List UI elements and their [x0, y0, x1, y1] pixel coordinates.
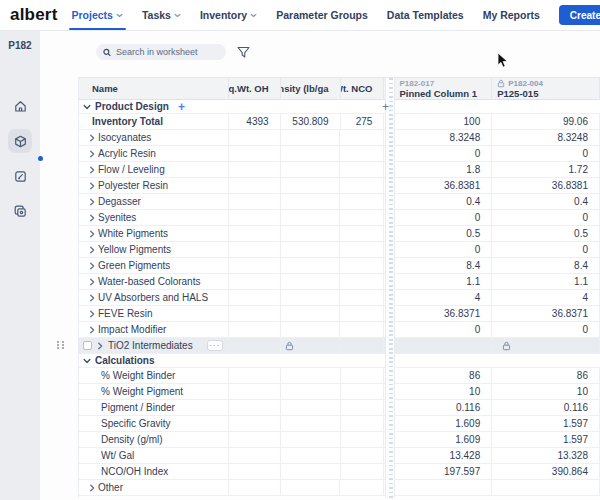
cell-p125-015[interactable]: 13.328 [492, 448, 600, 463]
chevron-right-icon[interactable] [88, 484, 96, 492]
cell-name[interactable]: Degasser [79, 194, 229, 209]
cell-name[interactable]: Other [79, 480, 229, 495]
table-row-green-pigments[interactable]: Green Pigments8.48.4 [79, 258, 600, 274]
cell-pinned-column-1[interactable]: 1.8 [394, 162, 492, 177]
cell-name[interactable]: Inventory Total [79, 114, 229, 129]
cell-name[interactable]: White Pigments [79, 226, 229, 241]
table-row-product-design[interactable]: Product Design++ [79, 100, 600, 114]
cell-eqwt-nco[interactable] [340, 146, 384, 161]
cell-pinned-column-1[interactable]: 10 [394, 384, 492, 399]
cell-eqwt-nco[interactable] [340, 226, 384, 241]
row-menu-button[interactable]: ··· [207, 340, 223, 351]
cell-eqwt-oh[interactable] [229, 322, 281, 337]
cell-density[interactable]: 530.809 [281, 114, 341, 129]
cell-p125-015[interactable]: 10 [492, 384, 600, 399]
cell-eqwt-oh[interactable] [229, 464, 281, 479]
cell-density[interactable] [281, 226, 341, 241]
cell-pinned-column-1[interactable]: 0 [394, 322, 492, 337]
cell-name[interactable]: Green Pigments [79, 258, 229, 273]
cell-density[interactable] [281, 194, 341, 209]
column-header-pinned-column-1[interactable]: P182-017Pinned Column 1 [394, 78, 492, 99]
cell-name[interactable]: Density (g/ml) [79, 432, 229, 447]
table-row-water-based-colorants[interactable]: Water-based Colorants1.11.1 [79, 274, 600, 290]
cell-eqwt-nco[interactable]: 275 [341, 114, 385, 129]
chevron-right-icon[interactable] [88, 294, 96, 302]
table-row-weight-pigment[interactable]: % Weight Pigment1010 [79, 384, 600, 400]
cell-p125-015[interactable]: 8.4 [492, 258, 600, 273]
cell-p125-015[interactable]: 0 [492, 242, 600, 257]
cell-pinned-column-1[interactable] [394, 338, 492, 353]
cell-p125-015[interactable]: 8.3248 [492, 130, 600, 145]
cell-density[interactable] [281, 400, 341, 415]
cell-eqwt-nco[interactable] [340, 162, 384, 177]
add-row-button[interactable]: + [178, 102, 185, 112]
cell-density[interactable] [281, 242, 341, 257]
cell-p125-015[interactable]: 1.1 [492, 274, 600, 289]
cell-eqwt-oh[interactable] [229, 194, 281, 209]
chevron-right-icon[interactable] [88, 230, 96, 238]
cell-p125-015[interactable]: 0 [492, 210, 600, 225]
cell-eqwt-nco[interactable] [340, 130, 384, 145]
cell-pinned-column-1[interactable]: 8.3248 [394, 130, 492, 145]
filter-icon[interactable] [236, 45, 251, 60]
nav-item-parameter-groups[interactable]: Parameter Groups [276, 0, 368, 30]
cell-pinned-column-1[interactable]: 0.4 [394, 194, 492, 209]
cell-eqwt-nco[interactable] [341, 416, 385, 431]
cell-name[interactable]: NCO/OH Index [79, 464, 229, 479]
cell-eqwt-oh[interactable] [229, 162, 281, 177]
cell-eqwt-oh[interactable] [229, 338, 281, 353]
cell-p125-015[interactable] [492, 480, 600, 495]
cell-eqwt-nco[interactable] [340, 322, 384, 337]
nav-item-data-templates[interactable]: Data Templates [387, 0, 464, 30]
cell-name[interactable]: Polyester Resin [79, 178, 229, 193]
cell-eqwt-nco[interactable] [340, 290, 384, 305]
albert-logo[interactable]: albert [10, 5, 58, 25]
cell-pinned-column-1[interactable]: 100 [394, 114, 492, 129]
column-header-eqwt-nco[interactable]: EqWt. NCO [341, 78, 385, 99]
table-row-specific-gravity[interactable]: Specific Gravity1.6091.597 [79, 416, 600, 432]
cell-pinned-column-1[interactable]: 86 [394, 368, 492, 383]
cell-pinned-column-1[interactable]: 13.428 [394, 448, 492, 463]
table-row-degasser[interactable]: Degasser0.40.4 [79, 194, 600, 210]
cell-p125-015[interactable]: 0.116 [492, 400, 600, 415]
cell-name[interactable]: Syenites [79, 210, 229, 225]
nav-item-tasks[interactable]: Tasks [142, 0, 181, 30]
cell-p125-015[interactable]: 0 [492, 322, 600, 337]
cell-name[interactable]: Flow / Leveling [79, 162, 229, 177]
cell-density[interactable] [281, 258, 341, 273]
cell-name[interactable]: Pigment / Binder [79, 400, 229, 415]
chevron-right-icon[interactable] [88, 262, 96, 270]
chevron-right-icon[interactable] [88, 134, 96, 142]
cell-p125-015[interactable]: 1.72 [492, 162, 600, 177]
sidebar-duplicate-icon[interactable] [8, 199, 32, 223]
cell-eqwt-oh[interactable] [229, 400, 281, 415]
cell-eqwt-oh[interactable]: 4393 [229, 114, 281, 129]
create-button[interactable]: Create [559, 5, 600, 25]
search-input[interactable] [116, 47, 219, 57]
chevron-right-icon[interactable] [88, 326, 96, 334]
column-header-eq-wt-oh[interactable]: Eq.Wt. OH [229, 78, 281, 99]
cell-eqwt-oh[interactable] [229, 130, 281, 145]
cell-density[interactable] [281, 290, 341, 305]
cell-eqwt-oh[interactable] [229, 178, 281, 193]
chevron-right-icon[interactable] [96, 342, 104, 350]
nav-item-projects[interactable]: Projects [72, 0, 123, 30]
table-row-acrylic-resin[interactable]: Acrylic Resin00 [79, 146, 600, 162]
cell-name[interactable]: FEVE Resin [79, 306, 229, 321]
cell-eqwt-nco[interactable] [341, 464, 385, 479]
cell-eqwt-nco[interactable] [341, 368, 385, 383]
cell-eqwt-nco[interactable] [341, 432, 385, 447]
cell-eqwt-oh[interactable] [229, 146, 281, 161]
cell-p125-015[interactable]: 36.8371 [492, 306, 600, 321]
cell-eqwt-oh[interactable] [229, 384, 281, 399]
table-row-feve-resin[interactable]: FEVE Resin36.837136.8371 [79, 306, 600, 322]
table-row-white-pigments[interactable]: White Pigments0.50.5 [79, 226, 600, 242]
cell-density[interactable] [281, 432, 341, 447]
chevron-right-icon[interactable] [88, 214, 96, 222]
cell-eqwt-oh[interactable] [229, 258, 281, 273]
cell-name[interactable]: Wt/ Gal [79, 448, 229, 463]
cell-density[interactable] [281, 162, 341, 177]
cell-name[interactable]: % Weight Binder [79, 368, 229, 383]
cell-p125-015[interactable]: 1.597 [492, 432, 600, 447]
cell-eqwt-oh[interactable] [229, 416, 281, 431]
